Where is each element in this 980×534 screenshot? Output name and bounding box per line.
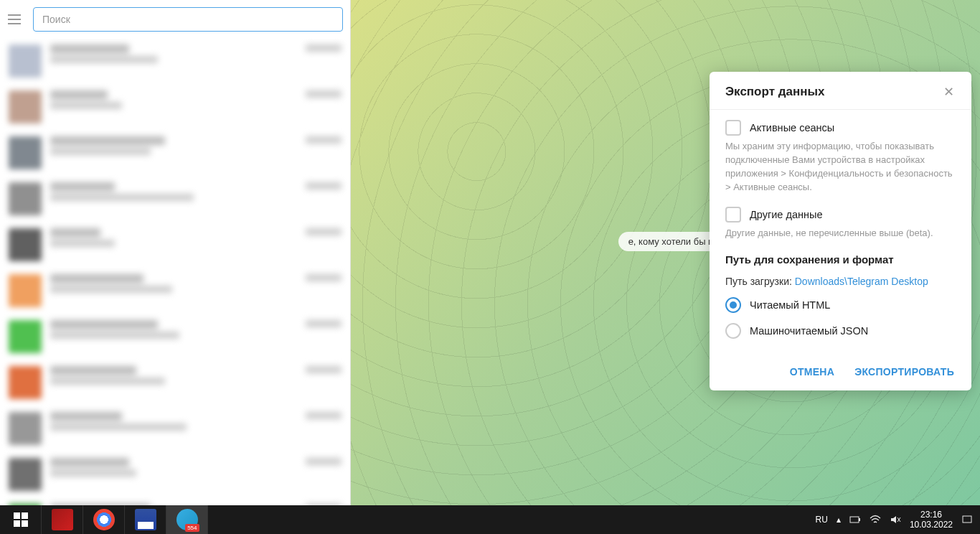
chat-text [50,504,297,505]
antivirus-icon [52,509,73,530]
chat-text [50,274,297,293]
svg-rect-1 [859,518,860,521]
format-html-option[interactable]: Читаемый HTML [725,297,956,313]
wifi-icon[interactable] [870,515,881,525]
chat-avatar [9,44,42,78]
checkbox-icon[interactable] [725,207,741,222]
checkbox-label: Другие данные [750,209,822,220]
chat-meta [306,320,341,327]
taskbar-app-floppy[interactable] [125,505,166,534]
dialog-footer: ОТМЕНА ЭКСПОРТИРОВАТЬ [710,356,971,390]
chat-list-item[interactable] [0,85,350,131]
chat-list-item[interactable] [0,406,350,452]
chat-avatar [9,274,42,307]
chat-meta [306,274,341,281]
checkbox-icon[interactable] [725,120,741,136]
windows-taskbar: 554 RU ▴ 23:16 10.03.2022 [0,505,980,534]
chat-avatar [9,228,42,261]
chat-list-item[interactable] [0,131,350,177]
path-label: Путь загрузки: [725,276,795,287]
taskbar-apps: 554 [0,505,208,534]
chat-list-item[interactable] [0,498,350,505]
chat-text [50,136,297,155]
taskbar-app-chrome[interactable] [83,505,125,534]
svg-rect-0 [850,517,859,523]
radio-label: Машиночитаемый JSON [750,325,868,337]
taskbar-app-telegram[interactable]: 554 [166,505,208,534]
sidebar-header [0,0,350,39]
windows-icon [14,512,28,527]
menu-button[interactable] [6,11,23,28]
chat-text [50,90,297,109]
system-tray: RU ▴ 23:16 10.03.2022 [816,510,980,530]
battery-icon[interactable] [849,515,861,525]
dialog-body: Активные сеансы Мы храним эту информацию… [710,110,971,356]
chat-text [50,320,297,339]
chat-list[interactable] [0,39,350,505]
telegram-icon: 554 [176,509,198,530]
notification-badge: 554 [185,524,199,532]
chat-meta [306,136,341,144]
path-section-title: Путь для сохранения и формат [725,253,956,266]
chat-list-item[interactable] [0,268,350,314]
start-button[interactable] [0,505,42,534]
checkbox-label: Активные сеансы [750,122,834,134]
chat-avatar [9,182,42,215]
notifications-icon[interactable] [961,515,973,525]
chat-text [50,44,297,63]
radio-label: Читаемый HTML [750,299,830,311]
format-json-option[interactable]: Машиночитаемый JSON [725,323,956,339]
export-dialog: Экспорт данных ✕ Активные сеансы Мы хран… [710,72,971,390]
chat-avatar [9,136,42,169]
chat-text [50,366,297,385]
chat-meta [306,458,341,465]
chat-list-item[interactable] [0,452,350,498]
date-text: 10.03.2022 [910,520,953,530]
chat-list-item[interactable] [0,177,350,222]
taskbar-app-antivirus[interactable] [42,505,83,534]
main-area: е, кому хотели бы написать Экспорт данны… [351,0,980,505]
cancel-button[interactable]: ОТМЕНА [790,366,834,378]
dialog-title: Экспорт данных [725,85,824,99]
floppy-icon [135,509,156,530]
chat-avatar [9,412,42,445]
export-button[interactable]: ЭКСПОРТИРОВАТЬ [854,366,954,378]
chat-list-item[interactable] [0,360,350,406]
active-sessions-option[interactable]: Активные сеансы [725,120,956,136]
chat-avatar [9,458,42,491]
chat-avatar [9,320,42,353]
radio-icon[interactable] [725,323,741,339]
language-indicator[interactable]: RU [816,515,828,525]
dialog-header: Экспорт данных ✕ [710,72,971,110]
app-window: е, кому хотели бы написать Экспорт данны… [0,0,980,505]
chat-avatar [9,504,42,505]
close-button[interactable]: ✕ [941,85,956,99]
chat-meta [306,44,341,52]
chat-avatar [9,366,42,399]
other-data-option[interactable]: Другие данные [725,207,956,222]
tray-chevron-icon[interactable]: ▴ [837,515,841,525]
chat-sidebar [0,0,351,505]
clock[interactable]: 23:16 10.03.2022 [910,510,953,530]
chat-meta [306,228,341,235]
sessions-description: Мы храним эту информацию, чтобы показыва… [725,140,956,194]
chat-text [50,182,297,201]
download-path-row: Путь загрузки: Downloads\Telegram Deskto… [725,276,956,287]
chat-meta [306,504,341,505]
chat-list-item[interactable] [0,222,350,268]
radio-icon[interactable] [725,297,741,313]
chat-meta [306,412,341,419]
download-path-link[interactable]: Downloads\Telegram Desktop [795,276,928,287]
chat-meta [306,90,341,98]
time-text: 23:16 [910,510,953,520]
chat-list-item[interactable] [0,314,350,360]
chat-meta [306,182,341,189]
search-input[interactable] [33,7,343,32]
chrome-icon [93,509,115,530]
other-description: Другие данные, не перечисленные выше (be… [725,227,956,240]
volume-icon[interactable] [890,515,901,525]
chat-text [50,412,297,431]
chat-meta [306,366,341,373]
chat-text [50,228,297,247]
chat-list-item[interactable] [0,39,350,85]
